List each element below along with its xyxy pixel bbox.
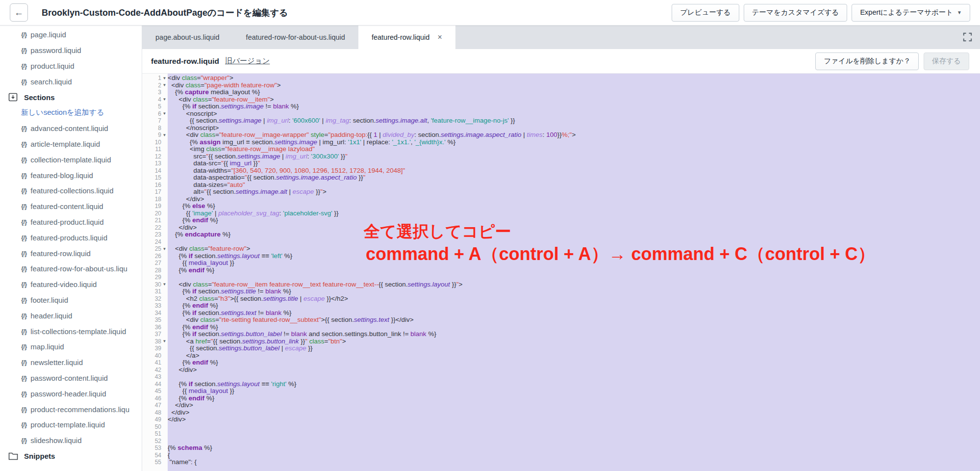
code-line[interactable]: {{ section.settings.image | img_url: '60… — [168, 117, 980, 125]
code-fold-icon[interactable]: ▼ — [161, 111, 168, 116]
code-line[interactable]: {{ section.settings.button_label | escap… — [168, 345, 980, 352]
code-line[interactable]: </div> — [168, 402, 980, 409]
code-line[interactable]: data-src="{{ img_url }}" — [168, 160, 980, 167]
sidebar-item-featured-row-for-about-us-liqu[interactable]: {/}featured-row-for-about-us.liqu — [0, 261, 142, 277]
sidebar-item-password-header-liquid[interactable]: {/}password-header.liquid — [0, 386, 142, 401]
code-fold-icon[interactable]: ▼ — [161, 282, 168, 287]
code-line[interactable]: {{ media_layout }} — [168, 388, 980, 395]
code-line[interactable]: <h2 class="h3">{{ section.settings.title… — [168, 295, 980, 303]
sidebar-group-snippets[interactable]: Snippets — [0, 448, 142, 464]
sidebar-item-product-liquid[interactable]: {/}product.liquid — [0, 58, 142, 74]
code-line[interactable]: {% endif %} — [168, 359, 980, 366]
code-fold-icon[interactable]: ▼ — [161, 76, 168, 80]
code-editor[interactable]: 1▼2▼34▼56▼789▼10111213141516171819202122… — [142, 74, 980, 471]
code-line[interactable]: {% else %} — [168, 203, 980, 210]
sidebar-item-footer-liquid[interactable]: {/}footer.liquid — [0, 292, 142, 308]
code-line[interactable]: {% endif %} — [168, 267, 980, 274]
code-fold-icon[interactable]: ▼ — [161, 247, 168, 251]
code-line[interactable]: alt="{{ section.settings.image.alt | esc… — [168, 188, 980, 196]
code-line[interactable]: data-widths="[360, 540, 720, 900, 1080, … — [168, 167, 980, 175]
code-line[interactable]: </div> — [168, 224, 980, 232]
close-tab-icon[interactable]: × — [437, 33, 442, 42]
code-line[interactable]: data-sizes="auto" — [168, 182, 980, 189]
sidebar-item-page-liquid[interactable]: {/}page.liquid — [0, 27, 142, 43]
old-version-link[interactable]: 旧バージョン — [225, 56, 270, 66]
sidebar-item-product-recommendations-liqu[interactable]: {/}product-recommendations.liqu — [0, 401, 142, 417]
code-line[interactable]: {% if section.settings.button_label != b… — [168, 331, 980, 338]
code-line[interactable]: <div class="feature-row__item feature-ro… — [168, 281, 980, 288]
code-line[interactable] — [168, 438, 980, 445]
expert-support-button[interactable]: Expertによるテーマサポート ▼ — [852, 4, 970, 22]
code-line[interactable]: {% schema %} — [168, 445, 980, 452]
code-line[interactable] — [168, 274, 980, 281]
sidebar-item-header-liquid[interactable]: {/}header.liquid — [0, 308, 142, 323]
sidebar-item-list-collections-template-liquid[interactable]: {/}list-collections-template.liquid — [0, 323, 142, 339]
sidebar-item-article-template-liquid[interactable]: {/}article-template.liquid — [0, 136, 142, 152]
code-line[interactable]: <div class="wrapper"> — [168, 75, 980, 82]
code-line[interactable] — [168, 423, 980, 431]
sidebar-item-advanced-content-liquid[interactable]: {/}advanced-content.liquid — [0, 121, 142, 136]
code-line[interactable] — [168, 430, 980, 438]
code-line[interactable]: data-aspectratio="{{ section.settings.im… — [168, 174, 980, 182]
tab-page-about-us-liquid[interactable]: page.about-us.liquid — [142, 26, 233, 49]
sidebar-item-featured-row-liquid[interactable]: {/}featured-row.liquid — [0, 245, 142, 261]
code-line[interactable]: {% if section.settings.image != blank %} — [168, 103, 980, 110]
code-line[interactable]: {% if section.settings.text != blank %} — [168, 310, 980, 317]
code-line[interactable]: </div> — [168, 366, 980, 374]
sidebar-item-password-content-liquid[interactable]: {/}password-content.liquid — [0, 370, 142, 386]
sidebar-item-featured-video-liquid[interactable]: {/}featured-video.liquid — [0, 277, 142, 292]
code-fold-icon[interactable]: ▼ — [161, 97, 168, 102]
code-line[interactable]: {% capture media_layout %} — [168, 89, 980, 96]
sidebar-item-featured-blog-liquid[interactable]: {/}featured-blog.liquid — [0, 167, 142, 183]
sidebar-item-slideshow-liquid[interactable]: {/}slideshow.liquid — [0, 433, 142, 448]
code-line[interactable]: {% if section.settings.title != blank %} — [168, 288, 980, 295]
fullscreen-icon[interactable] — [963, 32, 972, 44]
sidebar-item-password-liquid[interactable]: {/}password.liquid — [0, 43, 142, 58]
code-line[interactable]: {% endif %} — [168, 324, 980, 331]
code-line[interactable]: <a href="{{ section.settings.button_link… — [168, 338, 980, 345]
code-line[interactable]: </div> — [168, 409, 980, 417]
sidebar-group-sections[interactable]: Sections — [0, 89, 142, 105]
code-line[interactable]: {% if section.settings.layout == 'right'… — [168, 381, 980, 388]
sidebar-item-search-liquid[interactable]: {/}search.liquid — [0, 74, 142, 89]
code-line[interactable]: {% endif %} — [168, 395, 980, 402]
code-line[interactable]: </noscript> — [168, 125, 980, 132]
sidebar-item-featured-collections-liquid[interactable]: {/}featured-collections.liquid — [0, 183, 142, 199]
code-line[interactable]: <img class="feature-row__image lazyload" — [168, 146, 980, 153]
code-fold-icon[interactable]: ▼ — [161, 339, 168, 343]
code-fold-icon[interactable]: ▼ — [161, 133, 168, 137]
tab-featured-row-for-about-us-liquid[interactable]: featured-row-for-about-us.liquid — [233, 26, 358, 49]
code-pane[interactable]: <div class="wrapper"> <div class="page-w… — [168, 74, 980, 471]
code-line[interactable]: </a> — [168, 352, 980, 360]
code-line[interactable]: {% assign img_url = section.settings.ima… — [168, 139, 980, 146]
code-line[interactable]: </div> — [168, 196, 980, 203]
sidebar-item-newsletter-liquid[interactable]: {/}newsletter.liquid — [0, 355, 142, 370]
code-fold-icon[interactable]: ▼ — [161, 83, 168, 87]
sidebar-item-product-template-liquid[interactable]: {/}product-template.liquid — [0, 417, 142, 433]
delete-file-button[interactable]: ファイルを削除しますか？ — [815, 52, 919, 70]
sidebar-item-featured-product-liquid[interactable]: {/}featured-product.liquid — [0, 214, 142, 230]
code-line[interactable]: <div class="feature-row__image-wrapper" … — [168, 131, 980, 139]
code-line[interactable]: { — [168, 452, 980, 459]
sidebar-item-collection-template-liquid[interactable]: {/}collection-template.liquid — [0, 152, 142, 167]
sidebar-item-map-liquid[interactable]: {/}map.liquid — [0, 339, 142, 355]
customize-theme-button[interactable]: テーマをカスタマイズする — [744, 4, 848, 22]
back-button[interactable]: ← — [10, 3, 28, 22]
code-line[interactable]: </div> — [168, 416, 980, 423]
sidebar-item-featured-content-liquid[interactable]: {/}featured-content.liquid — [0, 199, 142, 214]
code-line[interactable]: {% endif %} — [168, 302, 980, 310]
tab-featured-row-liquid[interactable]: featured-row.liquid× — [358, 26, 455, 49]
sidebar-item-featured-products-liquid[interactable]: {/}featured-products.liquid — [0, 230, 142, 245]
code-line[interactable]: {% endif %} — [168, 217, 980, 224]
code-line[interactable]: {{ 'image' | placeholder_svg_tag: 'place… — [168, 210, 980, 217]
code-line[interactable]: <div class="page-width feature-row"> — [168, 82, 980, 89]
code-line[interactable]: <noscript> — [168, 110, 980, 118]
preview-button[interactable]: プレビューする — [672, 4, 739, 22]
code-line[interactable]: <div class="feature-row__item"> — [168, 96, 980, 104]
code-line[interactable]: "name": { — [168, 459, 980, 466]
code-line[interactable] — [168, 373, 980, 381]
add-section-link[interactable]: 新しいsectionを追加する — [0, 105, 142, 121]
code-line[interactable]: src="{{ section.settings.image | img_url… — [168, 153, 980, 160]
code-line[interactable]: <div class="rte-setting featured-row__su… — [168, 316, 980, 324]
code-line[interactable]: {% endcapture %} — [168, 231, 980, 238]
